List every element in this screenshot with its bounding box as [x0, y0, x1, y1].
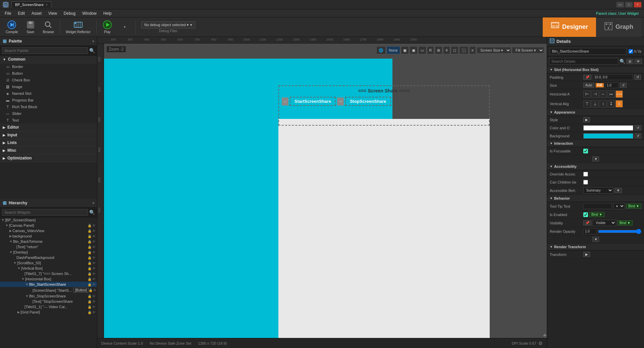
menu-view[interactable]: View	[45, 10, 60, 16]
palette-item-text[interactable]: T Text	[0, 117, 97, 124]
hierarchy-item[interactable]: ▶ [ScreenShare] "StartS... [Button] 🔒 👁	[0, 287, 97, 293]
visibility-pin-button[interactable]: 📌	[583, 220, 591, 225]
hierarchy-item[interactable]: ▶ [Title01_7] "=== Screen Sh... 🔒 👁	[0, 271, 97, 276]
canvas-grid-button[interactable]: ⊞	[435, 46, 442, 54]
palette-item-button[interactable]: ▭ Button	[0, 70, 97, 77]
visibility-select[interactable]: Visible	[593, 220, 616, 226]
menu-file[interactable]: File	[1, 10, 14, 16]
palette-item-progress-bar[interactable]: ▬ Progress Bar	[0, 97, 97, 103]
palette-item-named-slot[interactable]: ◈ Named Slot	[0, 90, 97, 97]
canvas-none-button[interactable]: None	[386, 46, 400, 54]
maximize-button[interactable]: □	[625, 2, 633, 7]
canvas-tool-2[interactable]: ▣	[410, 46, 418, 54]
padding-reset-button[interactable]: ↺	[634, 75, 641, 80]
render-opacity-input[interactable]	[583, 228, 597, 234]
details-grid-view-button[interactable]: ⊞	[627, 59, 633, 64]
background-reset-button[interactable]: ↺	[635, 133, 641, 138]
search-details-input[interactable]	[549, 58, 618, 65]
accessible-beh-expand-button[interactable]: ▼	[614, 188, 622, 193]
debug-dropdown[interactable]: No debug object selected ▾ ▾	[141, 21, 195, 28]
palette-search-button[interactable]: 🔍	[89, 48, 95, 53]
padding-pin-button[interactable]: 📌	[583, 75, 591, 80]
hierarchy-item-btn-start-screen-share[interactable]: ▼ Btn_StartScreenShare 🔒 👁	[0, 282, 97, 287]
align-left-button[interactable]: ⊢	[583, 90, 591, 98]
name-input[interactable]	[550, 48, 627, 55]
hierarchy-item[interactable]: ▼ [ScrollBox_50] 🔒 👁	[0, 260, 97, 266]
render-transform-section-header[interactable]: ▼ Render Transform	[547, 243, 644, 251]
category-misc[interactable]: ▶ Misc	[0, 147, 97, 154]
behavior-section-header[interactable]: ▼ Behavior	[547, 195, 644, 202]
hierarchy-item[interactable]: ▼ [Canvas Panel] 🔒 👁	[0, 223, 97, 228]
align-stretch-button[interactable]: ⟺	[615, 90, 623, 98]
category-optimization[interactable]: ▶ Optimization	[0, 154, 97, 162]
transform-expand-button[interactable]: ▶	[583, 252, 590, 257]
search-details-button[interactable]: 🔍	[620, 59, 625, 64]
menu-window[interactable]: Window	[79, 10, 100, 16]
valign-top-button[interactable]: ⊤	[583, 100, 591, 108]
render-opacity-slider[interactable]	[598, 229, 641, 234]
canvas-viewport[interactable]: 100 200 300 400 500 600 Zoom -2 🌐 None ▣…	[97, 44, 547, 348]
style-expand-button[interactable]: ▶	[583, 117, 590, 122]
hierarchy-item[interactable]: ▼ [Horizontal Box] 🔒 👁	[0, 276, 97, 282]
visibility-bind-button[interactable]: Bind ▼	[618, 220, 633, 225]
palette-item-slider[interactable]: — Slider	[0, 110, 97, 117]
is-enabled-bind-button[interactable]: Bind ▼	[589, 212, 604, 217]
canvas-resize-handle[interactable]: ⬘	[543, 333, 547, 338]
canvas-fill-button[interactable]: ⬛	[459, 46, 469, 54]
tooltip-input[interactable]	[583, 203, 612, 209]
canvas-4-button[interactable]: 4	[443, 46, 450, 54]
tooltip-dropdown[interactable]: ▾	[613, 203, 625, 209]
interaction-section-header[interactable]: ▼ Interaction	[547, 140, 644, 147]
align-fill-button[interactable]: ↦	[607, 90, 615, 98]
hierarchy-item[interactable]: ▶ Canvas_VideoView 🔒 👁	[0, 228, 97, 233]
play-dropdown-button[interactable]: ▼	[117, 19, 133, 36]
canvas-menu-button[interactable]: ≡	[469, 46, 476, 54]
fill-tag[interactable]: Fill	[596, 83, 604, 87]
close-button[interactable]: ×	[634, 2, 641, 7]
hierarchy-item[interactable]: ▶ [Grid Panel] 🔒 👁	[0, 309, 97, 315]
can-children-checkbox[interactable]	[583, 180, 588, 185]
canvas-settings-button[interactable]: ⚙	[538, 341, 543, 346]
hierarchy-item[interactable]: ▼ Btn_BackToHome 🔒 👁	[0, 239, 97, 244]
minimize-button[interactable]: —	[616, 2, 624, 7]
browse-button[interactable]: Browse	[40, 19, 57, 36]
category-editor[interactable]: ▶ Editor	[0, 124, 97, 131]
canvas-tool-1[interactable]: ▣	[401, 46, 409, 54]
palette-item-checkbox[interactable]: ☑ Check Box	[0, 77, 97, 83]
valign-center-button[interactable]: ⊥	[591, 100, 599, 108]
color-opacity-bar[interactable]	[583, 125, 633, 131]
hierarchy-item-btn-stop-screen-share[interactable]: ▼ Btn_StopScreenShare 🔒 👁	[0, 293, 97, 299]
active-tab[interactable]: BP_ScreenShare ×	[11, 1, 51, 8]
align-center-button[interactable]: ⊣	[591, 90, 599, 98]
start-screen-share-left-arrow[interactable]: ←	[282, 97, 288, 106]
save-button[interactable]: Save	[22, 19, 39, 36]
menu-asset[interactable]: Asset	[28, 10, 45, 16]
stop-screen-share-button[interactable]: StopScreenShare	[345, 97, 391, 106]
hierarchy-item[interactable]: ▶ background 🔒 👁	[0, 233, 97, 239]
auto-tag[interactable]: Auto	[583, 83, 594, 88]
valign-bottom-button[interactable]: ↕	[599, 100, 607, 108]
align-right-button[interactable]: ↔	[599, 90, 607, 98]
valign-fill-button[interactable]: ↧	[607, 100, 615, 108]
valign-stretch-button[interactable]: ⇕	[615, 100, 623, 108]
interaction-expand-button[interactable]: ▼	[592, 156, 599, 161]
padding-input[interactable]	[593, 74, 633, 80]
accessible-beh-select[interactable]: Summary	[583, 187, 613, 194]
is-focusable-checkbox[interactable]	[583, 149, 588, 153]
palette-collapse-button[interactable]: ×	[92, 40, 94, 43]
palette-item-border[interactable]: ▭ Border	[0, 63, 97, 70]
color-reset-button[interactable]: ↺	[635, 125, 641, 130]
graph-tab[interactable]: Graph	[596, 17, 641, 37]
slot-section-header[interactable]: ▼ Slot (Horizontal Box Slot)	[547, 66, 644, 73]
category-lists[interactable]: ▶ Lists	[0, 139, 97, 147]
details-eye-button[interactable]: 👁	[635, 59, 642, 64]
accessibility-section-header[interactable]: ▼ Accessibility	[547, 163, 644, 170]
category-input[interactable]: ▶ Input	[0, 131, 97, 139]
canvas-globe-button[interactable]: 🌐	[376, 46, 386, 54]
palette-item-rich-text-block[interactable]: T Rich Text Block	[0, 103, 97, 110]
menu-help[interactable]: Help	[100, 10, 115, 16]
is-var-checkbox[interactable]	[629, 49, 633, 54]
background-color-bar[interactable]	[583, 133, 633, 139]
canvas-screen-size-select[interactable]: Screen Size ▾	[477, 47, 511, 54]
canvas-tool-3[interactable]: ▭	[418, 46, 426, 54]
